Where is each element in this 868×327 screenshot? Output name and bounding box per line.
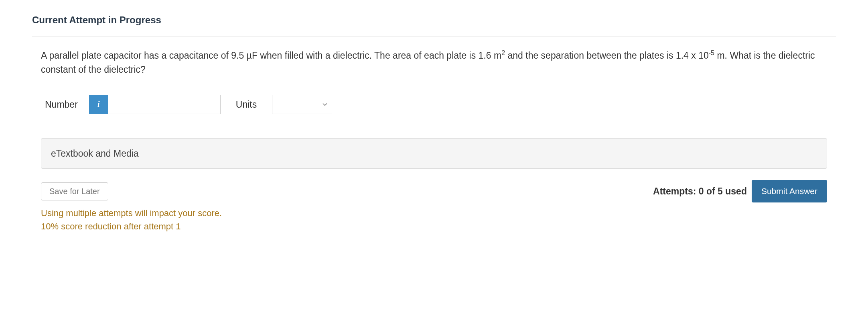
submit-answer-button[interactable]: Submit Answer bbox=[752, 180, 827, 202]
etextbook-label: eTextbook and Media bbox=[51, 148, 139, 159]
panel-header: Current Attempt in Progress bbox=[32, 0, 836, 37]
units-label: Units bbox=[236, 98, 257, 112]
panel-title: Current Attempt in Progress bbox=[32, 13, 836, 27]
footer-row: Save for Later Attempts: 0 of 5 used Sub… bbox=[41, 180, 827, 202]
warning-line-1: Using multiple attempts will impact your… bbox=[41, 206, 827, 220]
units-select[interactable] bbox=[272, 95, 332, 114]
attempts-text: Attempts: 0 of 5 used bbox=[653, 184, 747, 198]
info-icon[interactable]: i bbox=[89, 95, 108, 114]
warning-block: Using multiple attempts will impact your… bbox=[41, 206, 827, 233]
question-part-1: A parallel plate capacitor has a capacit… bbox=[41, 50, 501, 61]
units-select-wrap bbox=[272, 95, 332, 114]
question-sup-2: -5 bbox=[709, 49, 714, 56]
number-input[interactable] bbox=[108, 95, 221, 114]
answer-row: Number i Units bbox=[45, 95, 827, 114]
save-for-later-button[interactable]: Save for Later bbox=[41, 182, 108, 200]
question-text: A parallel plate capacitor has a capacit… bbox=[41, 48, 827, 77]
number-label: Number bbox=[45, 98, 78, 112]
etextbook-media-button[interactable]: eTextbook and Media bbox=[41, 138, 827, 169]
question-part-2: and the separation between the plates is… bbox=[505, 50, 709, 61]
question-sup-1: 2 bbox=[501, 49, 505, 56]
warning-line-2: 10% score reduction after attempt 1 bbox=[41, 220, 827, 233]
footer-right-group: Attempts: 0 of 5 used Submit Answer bbox=[653, 180, 827, 202]
panel-body: A parallel plate capacitor has a capacit… bbox=[32, 37, 836, 249]
attempt-panel: Current Attempt in Progress A parallel p… bbox=[32, 0, 836, 249]
